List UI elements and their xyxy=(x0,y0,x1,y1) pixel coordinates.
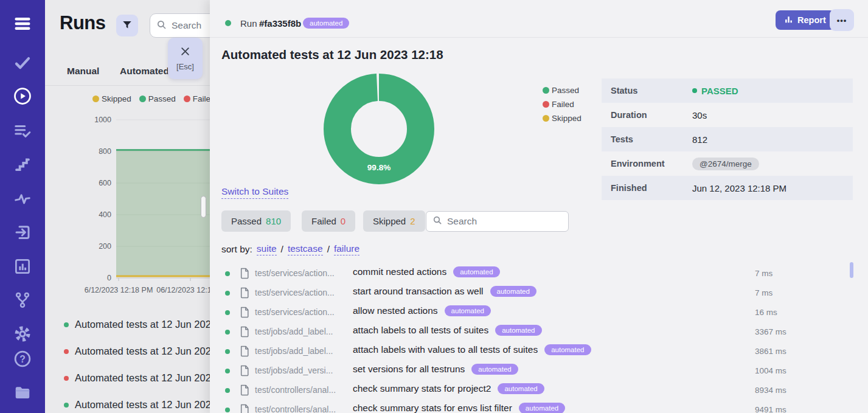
list-check-icon[interactable] xyxy=(13,121,32,141)
duration-value: 30s xyxy=(692,110,707,120)
test-status-dot xyxy=(225,330,230,335)
test-tag-badge[interactable]: automated xyxy=(519,403,565,413)
test-title: check summary stats for envs list filter xyxy=(353,403,512,413)
run-details-drawer: Run #fa335f8b automated Report ••• Autom… xyxy=(210,0,868,413)
svg-text:6/12/2023 12:18 PM: 6/12/2023 12:18 PM xyxy=(85,286,153,294)
tests-search[interactable] xyxy=(426,211,569,232)
passed-area xyxy=(116,150,210,276)
file-icon xyxy=(240,326,249,340)
sidebar: ? xyxy=(0,0,45,413)
test-title: attach labels to all tests of suites xyxy=(353,325,488,336)
test-status-dot xyxy=(225,291,230,296)
finished-value: Jun 12, 2023 12:18 PM xyxy=(692,183,786,193)
check-icon[interactable] xyxy=(13,53,32,72)
help-circle-icon[interactable]: ? xyxy=(13,349,32,369)
runs-area-chart: 1000 800 600 400 200 0 6/12/2023 12:18 P… xyxy=(58,116,210,298)
skipped-count: 2 xyxy=(410,216,415,226)
test-row[interactable]: test/jobs/add_label... attach labels wit… xyxy=(210,342,868,361)
run-status-dot xyxy=(64,349,69,354)
passed-count: 810 xyxy=(266,216,281,226)
failed-count: 0 xyxy=(341,216,345,226)
passed-filter-button[interactable]: Passed810 xyxy=(221,210,291,232)
sign-in-icon[interactable] xyxy=(13,223,32,242)
svg-text:0: 0 xyxy=(107,274,111,282)
file-icon xyxy=(240,268,249,282)
test-row[interactable]: test/jobs/add_label... attach labels to … xyxy=(210,322,868,342)
tests-count-value: 812 xyxy=(692,134,707,145)
more-menu-button[interactable]: ••• xyxy=(830,9,854,31)
legend-passed: Passed xyxy=(139,94,176,103)
test-duration: 3367 ms xyxy=(755,327,786,336)
test-tag-badge[interactable]: automated xyxy=(495,325,541,336)
test-title: commit nested actions xyxy=(353,266,446,277)
status-value: PASSED xyxy=(692,86,738,96)
summary-row-duration: Duration 30s xyxy=(602,103,853,127)
test-row[interactable]: test/services/action... commit nested ac… xyxy=(210,264,868,283)
skipped-dot xyxy=(92,95,99,102)
test-duration: 3861 ms xyxy=(755,347,786,356)
sort-by-label: sort by: xyxy=(221,244,252,255)
svg-text:400: 400 xyxy=(99,210,111,219)
filter-button[interactable] xyxy=(116,15,138,36)
close-drawer-button[interactable]: [Esc] xyxy=(168,38,203,79)
search-icon xyxy=(156,19,167,32)
tests-search-input[interactable] xyxy=(447,216,562,227)
svg-text:600: 600 xyxy=(99,179,111,187)
test-duration: 7 ms xyxy=(755,288,773,297)
test-row[interactable]: test/controllers/anal... check summary s… xyxy=(210,381,868,400)
play-circle-icon[interactable] xyxy=(13,86,32,106)
status-dot xyxy=(692,88,697,93)
folder-icon[interactable] xyxy=(13,383,32,402)
file-icon xyxy=(240,365,249,379)
report-button[interactable]: Report xyxy=(776,10,835,30)
bar-chart-icon[interactable] xyxy=(13,257,32,276)
test-tag-badge[interactable]: automated xyxy=(445,305,491,316)
run-status-dot xyxy=(225,20,231,26)
run-title: Automated tests at 12 Jun 2023 12:18 xyxy=(221,47,443,62)
legend-failed: Failed xyxy=(543,100,582,109)
svg-text:1000: 1000 xyxy=(94,116,111,124)
steps-icon[interactable] xyxy=(13,155,32,175)
test-tag-badge[interactable]: automated xyxy=(453,266,499,277)
run-status-dot xyxy=(64,322,69,327)
svg-text:?: ? xyxy=(19,354,26,364)
menu-icon[interactable] xyxy=(13,14,32,33)
test-tag-badge[interactable]: automated xyxy=(544,344,591,355)
test-tag-badge[interactable]: automated xyxy=(471,364,518,375)
test-suite-path: test/jobs/add_versi... xyxy=(255,366,347,375)
test-row[interactable]: test/services/action... allow nested act… xyxy=(210,303,868,322)
git-branch-icon[interactable] xyxy=(13,290,32,310)
drawer-scrollbar-thumb[interactable] xyxy=(850,262,853,278)
test-duration: 16 ms xyxy=(755,308,777,317)
test-row[interactable]: test/controllers/anal... check summary s… xyxy=(210,400,868,413)
run-summary-table: Status PASSED Duration 30s Tests 812 Env… xyxy=(602,78,853,200)
test-row[interactable]: test/jobs/add_versi... set versions for … xyxy=(210,361,868,381)
tab-automated[interactable]: Automated xyxy=(120,66,169,77)
test-title: attach labels with values to all tests o… xyxy=(353,344,538,355)
test-tag-badge[interactable]: automated xyxy=(490,286,536,297)
skipped-filter-button[interactable]: Skipped2 xyxy=(363,210,425,232)
test-suite-path: test/services/action... xyxy=(255,307,347,317)
main-scrollbar-thumb[interactable] xyxy=(201,196,206,218)
activity-icon[interactable] xyxy=(13,189,32,209)
sort-by-testcase-link[interactable]: testcase xyxy=(288,243,323,255)
summary-row-tests: Tests 812 xyxy=(602,127,853,151)
run-tag-badge[interactable]: automated xyxy=(303,18,349,29)
run-list-label: Automated tests at 12 Jun 2023 xyxy=(75,345,217,357)
switch-to-suites-link[interactable]: Switch to Suites xyxy=(221,186,288,199)
gear-icon[interactable] xyxy=(13,324,32,344)
donut-legend: Passed Failed Skipped xyxy=(543,86,582,123)
run-label: Run xyxy=(240,18,257,29)
test-row[interactable]: test/services/action... start around tra… xyxy=(210,283,868,303)
sort-controls: sort by: suite / testcase / failure xyxy=(221,243,359,255)
test-tag-badge[interactable]: automated xyxy=(498,383,544,394)
run-list-label: Automated tests at 12 Jun 2023 xyxy=(75,319,217,330)
sort-by-suite-link[interactable]: suite xyxy=(257,243,277,255)
test-duration: 7 ms xyxy=(755,269,773,278)
sort-by-failure-link[interactable]: failure xyxy=(334,243,359,255)
test-duration: 9491 ms xyxy=(755,405,786,413)
tab-manual[interactable]: Manual xyxy=(67,66,99,77)
legend-skipped: Skipped xyxy=(92,94,131,103)
failed-filter-button[interactable]: Failed0 xyxy=(302,210,355,232)
test-status-dot xyxy=(225,369,230,373)
